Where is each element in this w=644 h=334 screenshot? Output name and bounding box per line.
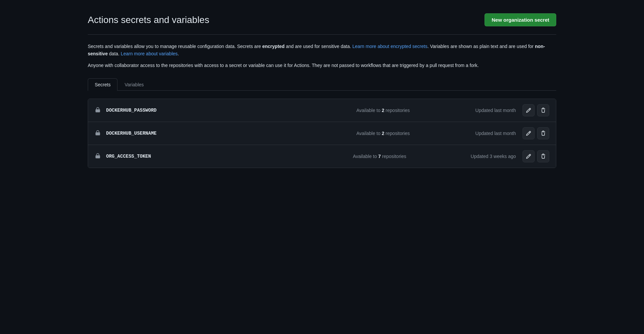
table-row: DOCKERHUB_USERNAME Available to 2 reposi… <box>88 122 556 145</box>
lock-icon <box>95 130 101 137</box>
page-title: Actions secrets and variables <box>88 15 209 25</box>
secret-name: ORG_ACCESS_TOKEN <box>106 154 288 159</box>
edit-secret-button[interactable] <box>523 150 535 162</box>
tab-variables[interactable]: Variables <box>117 78 150 91</box>
delete-secret-button[interactable] <box>537 104 549 116</box>
description-line2: Anyone with collaborator access to the r… <box>88 62 556 69</box>
secret-actions <box>523 150 549 162</box>
edit-secret-button[interactable] <box>523 104 535 116</box>
learn-more-variables-link[interactable]: Learn more about variables <box>121 51 178 56</box>
delete-secret-button[interactable] <box>537 150 549 162</box>
table-row: DOCKERHUB_PASSWORD Available to 2 reposi… <box>88 99 556 122</box>
learn-more-secrets-link[interactable]: Learn more about encrypted secrets <box>352 44 427 49</box>
new-secret-button[interactable]: New organization secret <box>485 13 556 26</box>
table-row: ORG_ACCESS_TOKEN Available to 7 reposito… <box>88 145 556 168</box>
secret-availability: Available to 7 repositories <box>288 154 470 159</box>
lock-icon <box>95 153 101 160</box>
desc-text-3: . Variables are shown as plain text and … <box>427 44 535 49</box>
desc-period: . <box>178 51 179 56</box>
desc-bold-encrypted: encrypted <box>262 44 285 49</box>
tabs-container: Secrets Variables <box>88 78 556 91</box>
description-section: Secrets and variables allow you to manag… <box>88 43 556 69</box>
secret-availability: Available to 2 repositories <box>291 108 475 113</box>
desc-text-4: data. <box>108 51 121 56</box>
secret-updated: Updated last month <box>475 108 516 113</box>
lock-icon <box>95 107 101 114</box>
repo-count: 2 <box>382 108 384 113</box>
repo-count: 7 <box>378 154 381 159</box>
desc-text-2: and are used for sensitive data. <box>285 44 352 49</box>
description-line1: Secrets and variables allow you to manag… <box>88 43 556 58</box>
desc-text-1: Secrets and variables allow you to manag… <box>88 44 262 49</box>
secret-actions <box>523 104 549 116</box>
secret-updated: Updated last month <box>475 131 516 136</box>
secret-name: DOCKERHUB_PASSWORD <box>106 108 291 113</box>
secret-updated: Updated 3 weeks ago <box>471 154 516 159</box>
secret-name: DOCKERHUB_USERNAME <box>106 131 291 136</box>
page-header: Actions secrets and variables New organi… <box>88 13 556 35</box>
secret-availability: Available to 2 repositories <box>291 131 475 136</box>
delete-secret-button[interactable] <box>537 127 549 139</box>
secrets-list: DOCKERHUB_PASSWORD Available to 2 reposi… <box>88 99 556 168</box>
secret-actions <box>523 127 549 139</box>
edit-secret-button[interactable] <box>523 127 535 139</box>
tab-secrets[interactable]: Secrets <box>88 78 117 91</box>
repo-count: 2 <box>382 131 384 136</box>
